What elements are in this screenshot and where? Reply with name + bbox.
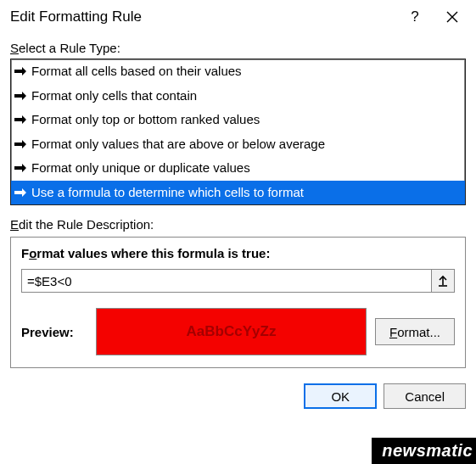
preview-row: Preview: AaBbCcYyZz Format... — [21, 308, 455, 355]
ok-button[interactable]: OK — [304, 383, 377, 409]
arrow-icon — [14, 92, 26, 100]
rule-type-item[interactable]: Format only cells that contain — [11, 84, 465, 109]
rule-type-item-text: Use a formula to determine which cells t… — [31, 183, 304, 203]
close-icon — [445, 10, 459, 24]
rule-description-box: Format values where this formula is true… — [10, 237, 466, 368]
rule-type-item[interactable]: Format only top or bottom ranked values — [11, 108, 465, 132]
dialog-buttons: OK Cancel — [0, 375, 476, 409]
collapse-icon — [437, 275, 449, 287]
arrow-icon — [14, 67, 26, 75]
arrow-icon — [14, 140, 26, 148]
rule-type-listbox[interactable]: Format all cells based on their values F… — [10, 59, 466, 205]
format-button[interactable]: Format... — [375, 318, 455, 345]
rule-type-item-text: Format only values that are above or bel… — [31, 135, 325, 154]
rule-description-label: Edit the Rule Description: — [10, 217, 466, 232]
title-controls: ? — [405, 8, 466, 25]
cancel-button[interactable]: Cancel — [384, 383, 466, 409]
watermark: newsmatic — [372, 438, 476, 464]
rule-type-item[interactable]: Format only unique or duplicate values — [11, 156, 465, 181]
preview-label: Preview: — [21, 325, 87, 339]
rule-type-item-text: Format all cells based on their values — [31, 62, 242, 81]
formula-row — [21, 269, 455, 293]
rule-type-label: Select a Rule Type: — [10, 41, 466, 55]
rule-type-item[interactable]: Format all cells based on their values — [11, 59, 465, 84]
help-button[interactable]: ? — [405, 8, 425, 25]
rule-type-item-text: Format only top or bottom ranked values — [31, 110, 260, 130]
arrow-icon — [14, 164, 26, 172]
preview-swatch: AaBbCcYyZz — [96, 308, 367, 355]
arrow-icon — [14, 188, 26, 197]
rule-type-item[interactable]: Format only values that are above or bel… — [11, 132, 465, 157]
rule-type-item-text: Format only unique or duplicate values — [31, 159, 250, 178]
rule-type-item[interactable]: Use a formula to determine which cells t… — [11, 181, 465, 205]
close-button[interactable] — [445, 10, 466, 24]
formula-input[interactable] — [21, 269, 431, 293]
collapse-dialog-button[interactable] — [431, 269, 455, 293]
dialog-body: Select a Rule Type: Format all cells bas… — [0, 37, 476, 375]
dialog-title: Edit Formatting Rule — [10, 8, 405, 25]
formula-label: Format values where this formula is true… — [21, 246, 455, 260]
arrow-icon — [14, 115, 26, 124]
title-bar: Edit Formatting Rule ? — [0, 0, 476, 37]
rule-type-item-text: Format only cells that contain — [31, 87, 197, 106]
